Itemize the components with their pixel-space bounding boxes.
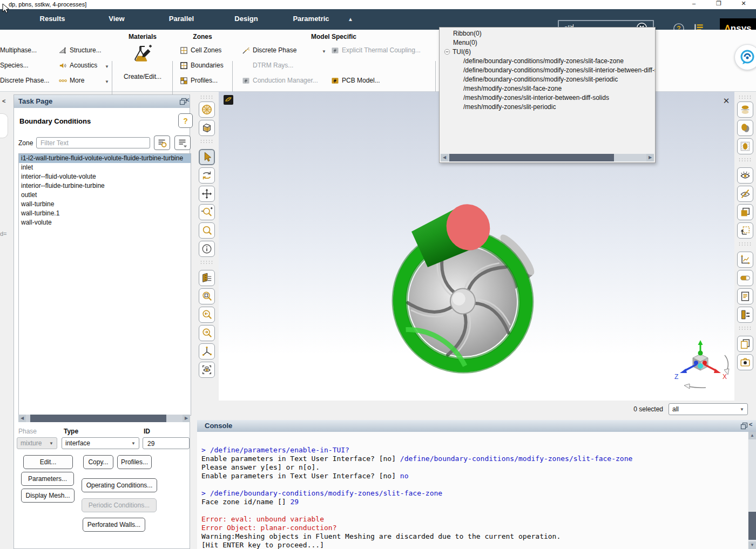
chevron-down-icon[interactable]: ▼	[105, 62, 109, 72]
plot-axes-button[interactable]	[737, 252, 753, 268]
pan-view-button[interactable]	[199, 186, 215, 202]
dropdown-hscrollbar[interactable]: ◀ ▶	[441, 154, 654, 161]
close-viewport-icon[interactable]: ✕	[721, 96, 731, 106]
copy-image-button[interactable]	[737, 336, 753, 352]
ribbon-item-multiphase[interactable]: Multiphase...	[0, 45, 37, 55]
zone-list-hscrollbar[interactable]: ◀ ▶	[18, 415, 190, 422]
toolbar-drag-handle[interactable]	[738, 242, 752, 246]
copy-object-button[interactable]	[737, 204, 753, 220]
periodic-conditions-button[interactable]: Periodic Conditions...	[82, 498, 157, 512]
shadows-button[interactable]	[737, 120, 753, 136]
toolbar-drag-handle[interactable]	[200, 260, 214, 264]
scroll-thumb[interactable]	[30, 415, 166, 422]
ribbon-collapse-icon[interactable]: ▲	[348, 16, 353, 22]
zone-list-item[interactable]: outlet	[19, 191, 191, 200]
copy-button[interactable]: Copy...	[83, 455, 113, 469]
zone-list-item[interactable]: i1-i2-wall-turbine-fluid-volute-volute-f…	[19, 154, 191, 163]
ribbon-item-discrete-phase-models[interactable]: Discrete Phase...	[0, 76, 49, 85]
parameters-button[interactable]: Parameters...	[21, 472, 74, 486]
select-pointer-button[interactable]	[199, 149, 215, 165]
search-result-item[interactable]: /mesh/modify-zones/slit-periodic	[440, 103, 655, 112]
ribbon-item-structure[interactable]: Structure...	[58, 45, 102, 55]
side-panel-button[interactable]	[737, 307, 753, 323]
clip-capsule-button[interactable]	[737, 270, 753, 286]
scroll-up-icon[interactable]: ▲	[748, 432, 756, 439]
search-result-item[interactable]: /define/boundary-conditions/modify-zones…	[440, 66, 655, 75]
search-result-item[interactable]: Ribbon(0)	[440, 29, 655, 38]
collapse-panel-icon[interactable]: <	[186, 97, 189, 103]
minimize-button[interactable]: –	[686, 0, 702, 9]
scroll-right-icon[interactable]: ▶	[646, 154, 654, 161]
rotate-view-button[interactable]	[199, 167, 215, 184]
search-result-item[interactable]: /define/boundary-conditions/modify-zones…	[440, 75, 655, 84]
filter-sort-button[interactable]	[154, 135, 170, 150]
collapsed-panel-handle[interactable]	[0, 113, 8, 138]
ribbon-item-cell-zones[interactable]: Cell Zones	[179, 45, 221, 55]
operating-conditions-button[interactable]: Operating Conditions...	[82, 478, 157, 492]
filter-menu-button[interactable]	[174, 135, 191, 150]
zone-list-item[interactable]: interior--fluid-volute-volute	[19, 172, 191, 181]
toolbar-drag-handle[interactable]	[738, 326, 752, 330]
ribbon-item-explicit-thermal-coupling[interactable]: Explicit Thermal Coupling...	[330, 45, 421, 55]
collapse-minus-icon[interactable]	[444, 49, 450, 55]
mesh-display-button[interactable]	[199, 101, 215, 118]
close-button[interactable]: ✕	[735, 0, 752, 9]
zone-list-item[interactable]: inlet	[19, 163, 191, 172]
ribbon-item-conduction-manager[interactable]: Conduction Manager...	[241, 76, 318, 85]
phase-select[interactable]: mixture▼	[17, 437, 57, 449]
collapse-panel-icon[interactable]: <	[749, 421, 752, 428]
search-result-item[interactable]: Menu(0)	[440, 38, 655, 48]
scroll-left-icon[interactable]: ◀	[441, 154, 448, 161]
ribbon-item-dtrm-rays[interactable]: DTRM Rays...	[241, 60, 293, 70]
search-result-item[interactable]: /define/boundary-conditions/modify-zones…	[440, 57, 655, 66]
tab-parametric[interactable]: Parametric	[293, 15, 329, 23]
ribbon-item-boundaries[interactable]: Boundaries	[179, 60, 224, 70]
annotate-note-button[interactable]	[737, 288, 753, 304]
zone-list-item[interactable]: wall-volute	[19, 218, 191, 227]
zoom-next-button[interactable]	[199, 325, 215, 341]
console-scrollbar[interactable]: ▲ ▼	[748, 432, 756, 549]
create-edit-materials-button[interactable]: Create/Edit...	[124, 73, 161, 80]
zoom-area-button[interactable]	[199, 222, 215, 239]
ribbon-item-more[interactable]: More▼	[58, 76, 84, 85]
fit-to-window-button[interactable]	[199, 288, 215, 304]
search-result-item[interactable]: TUI(6)	[440, 48, 655, 57]
display-filter-select[interactable]: all▼	[669, 403, 748, 415]
info-button[interactable]	[199, 241, 215, 257]
scroll-left-icon[interactable]: ◀	[18, 415, 26, 422]
ribbon-item-discrete-phase[interactable]: Discrete Phase▼	[241, 45, 328, 55]
zoom-previous-button[interactable]	[199, 307, 215, 323]
collapse-left-icon[interactable]: <	[2, 98, 5, 104]
scroll-right-icon[interactable]: ▶	[183, 415, 190, 422]
ribbon-item-acoustics[interactable]: Acoustics▼	[58, 60, 97, 70]
create-edit-materials-icon[interactable]	[131, 44, 154, 69]
reflections-button[interactable]	[737, 101, 753, 118]
triad-axes-button[interactable]	[199, 343, 215, 360]
display-mesh-button[interactable]: Display Mesh...	[21, 489, 75, 503]
profiles-button[interactable]: Profiles...	[117, 455, 152, 469]
console-output[interactable]: > /define/parameters/enable-in-TUI?Enabl…	[197, 432, 748, 549]
restore-view-button[interactable]	[737, 222, 753, 239]
toolbar-drag-handle[interactable]	[738, 95, 752, 99]
toolbar-drag-handle[interactable]	[200, 139, 214, 143]
perforated-walls-button[interactable]: Perforated Walls...	[83, 518, 145, 532]
search-result-item[interactable]: /mesh/modify-zones/slit-face-zone	[440, 84, 655, 93]
id-field[interactable]: 29	[143, 437, 190, 449]
scroll-thumb[interactable]	[748, 512, 756, 540]
float-panel-icon[interactable]	[740, 422, 748, 430]
search-result-item[interactable]: /mesh/modify-zones/slit-interior-between…	[440, 93, 655, 103]
edit-button[interactable]: Edit...	[23, 455, 73, 469]
hide-object-button[interactable]	[737, 186, 753, 202]
snapshot-button[interactable]	[737, 354, 753, 370]
ribbon-item-profiles[interactable]: Profiles...	[179, 76, 218, 85]
toolbar-drag-handle[interactable]	[738, 158, 752, 161]
zone-list-item[interactable]: interior--fluide-turbine-turbine	[19, 181, 191, 191]
scroll-down-icon[interactable]: ▼	[748, 541, 756, 549]
tab-view[interactable]: View	[109, 15, 124, 23]
display-views-button[interactable]	[199, 270, 215, 286]
toolbar-drag-handle[interactable]	[200, 95, 214, 99]
tab-design[interactable]: Design	[234, 15, 258, 23]
camera-lock-button[interactable]	[199, 362, 215, 378]
scroll-thumb[interactable]	[449, 154, 614, 161]
ribbon-item-species[interactable]: Species...	[0, 60, 29, 70]
